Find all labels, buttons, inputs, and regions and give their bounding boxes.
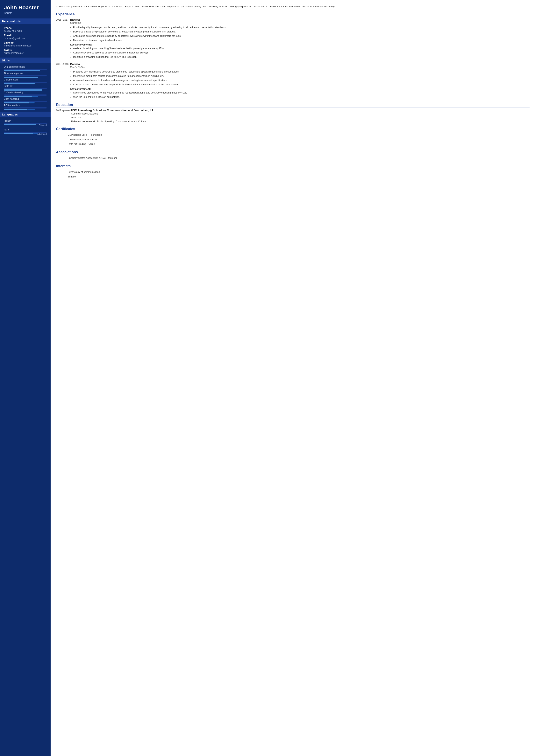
skill-name: Collaboration (4, 78, 47, 81)
candidate-name: John Roaster (4, 5, 47, 11)
achievement-bullet: Identified a crowding solution that led … (73, 55, 529, 59)
education-content: USC Annenberg School for Communication a… (71, 109, 529, 123)
experience-bullet: Provided quality beverages, whole bean, … (73, 25, 529, 29)
certificates-section: Certificates CSP Barista Skills—Foundati… (56, 127, 529, 147)
skill-name: Latte art (4, 85, 47, 88)
skill-name: Oral communication (4, 66, 47, 68)
achievements-bullets: Streamlined procedures for carryout orde… (73, 91, 529, 99)
phone-label: Phone (4, 26, 47, 29)
personal-info-heading: Personal Info (0, 18, 51, 24)
experience-company: Peet's Coffee (70, 66, 529, 68)
interest-item: Psychology of communication (68, 170, 529, 175)
education-date: 2017 - present (56, 109, 71, 123)
skill-bar-fill (4, 77, 38, 78)
education-institution: USC Annenberg School for Communication a… (71, 109, 529, 112)
experience-bullet: Maintained a clean and organized workspa… (73, 38, 529, 42)
experience-heading: Experience (56, 12, 529, 17)
linkedin-field: LinkedIn linkedin.com/in/johnroaster (4, 41, 47, 47)
experience-job-title: Barista (70, 63, 529, 66)
skill-bar-fill (4, 70, 40, 71)
associations-list: Specialty Coffee Association (SCA)—Membe… (68, 156, 529, 161)
experience-bullet: Delivered outstanding customer service t… (73, 30, 529, 34)
certificates-heading: Certificates (56, 127, 529, 132)
email-value: j.roaster@gmail.com (4, 37, 47, 40)
skill-item: Latte art (4, 85, 47, 89)
language-bar-fill (4, 133, 33, 134)
experience-content: BaristaPeet's CoffeePrepared 20+ menu it… (70, 63, 529, 99)
education-item: 2017 - presentUSC Annenberg School for C… (56, 109, 529, 123)
achievement-bullet: Assisted in training and coaching 5 new … (73, 46, 529, 50)
experience-bullets: Prepared 20+ menu items according to pre… (73, 70, 529, 87)
main-content: Certified and passionate barista with 2+… (51, 0, 535, 756)
skill-item: Oral communication (4, 66, 47, 70)
education-heading: Education (56, 103, 529, 108)
experience-content: BaristaStarbucksProvided quality beverag… (70, 18, 529, 59)
language-item: ItalianAdvanced (4, 128, 47, 135)
languages-heading: Languages (0, 112, 51, 117)
key-achievements-label: Key achievement: (70, 88, 529, 91)
skill-bar-fill (4, 102, 30, 103)
language-bar-background (4, 123, 47, 124)
phone-field: Phone +1-299-456-7888 (4, 26, 47, 32)
experience-job-title: Barista (70, 18, 529, 21)
education-coursework: Relevant coursework: Public Speaking, Co… (71, 120, 529, 123)
experience-bullet: Answered telephones, took orders and mes… (73, 78, 529, 82)
skill-bar-fill (4, 96, 32, 97)
association-item: Specialty Coffee Association (SCA)—Membe… (68, 156, 529, 161)
language-bar-accent (33, 133, 38, 134)
skill-bar-fill (4, 83, 35, 84)
language-bar-background (4, 132, 47, 133)
skill-name: Cash handling (4, 97, 47, 100)
skill-item: POS operations (4, 104, 47, 108)
skill-bar-fill (4, 109, 27, 110)
skill-name: Coffee/tea brewing (4, 91, 47, 94)
certificate-item: Latte Art Grading—Verde (68, 142, 529, 147)
email-label: E-mail (4, 34, 47, 37)
experience-date: 2016 - 2017 (56, 18, 70, 59)
experience-date: 2015 - 2016 (56, 63, 70, 99)
coursework-label: Relevant coursework: (71, 120, 97, 123)
skill-bar-accent (30, 102, 35, 103)
skill-bar-background (4, 107, 47, 108)
certificate-item: CSP Barista Skills—Foundation (68, 133, 529, 137)
experience-list: 2016 - 2017BaristaStarbucksProvided qual… (56, 18, 529, 99)
achievement-bullet: Won the 2nd prize in a latte art competi… (73, 95, 529, 99)
skills-section: Oral communicationTime managementCollabo… (4, 66, 47, 108)
education-section: Education 2017 - presentUSC Annenberg Sc… (56, 103, 529, 123)
skill-bar-background (4, 101, 47, 102)
skill-item: Coffee/tea brewing (4, 91, 47, 95)
interest-item: Triathlon (68, 175, 529, 179)
skill-bar-background (4, 94, 47, 95)
certificate-item: CSP Brewing—Foundation (68, 137, 529, 142)
skill-bar-background (4, 69, 47, 70)
experience-section: Experience 2016 - 2017BaristaStarbucksPr… (56, 12, 529, 99)
summary-text: Certified and passionate barista with 2+… (56, 5, 529, 9)
skill-item: Cash handling (4, 97, 47, 102)
skill-name: Time management (4, 72, 47, 75)
twitter-label: Twitter (4, 49, 47, 51)
education-list: 2017 - presentUSC Annenberg School for C… (56, 109, 529, 123)
associations-heading: Associations (56, 150, 529, 155)
certificates-list: CSP Barista Skills—FoundationCSP Brewing… (68, 133, 529, 147)
experience-bullet: Anticipated customer and store needs by … (73, 34, 529, 38)
linkedin-value: linkedin.com/in/johnroaster (4, 44, 47, 47)
interests-list: Psychology of communicationTriathlon (68, 170, 529, 179)
language-item: FrenchBilingual (4, 120, 47, 126)
language-bar-fill (4, 124, 36, 125)
skills-heading: Skills (0, 58, 51, 63)
twitter-field: Twitter twitter.com/jroaster (4, 49, 47, 54)
associations-section: Associations Specialty Coffee Associatio… (56, 150, 529, 161)
experience-bullet: Prepared 20+ menu items according to pre… (73, 70, 529, 74)
experience-item: 2015 - 2016BaristaPeet's CoffeePrepared … (56, 63, 529, 99)
language-name: Italian (4, 128, 47, 131)
skill-name: POS operations (4, 104, 47, 107)
skill-bar-background (4, 82, 47, 83)
experience-bullet: Counted a cash drawer and was responsibl… (73, 83, 529, 87)
personal-info-section: Phone +1-299-456-7888 E-mail j.roaster@g… (4, 26, 47, 54)
achievement-bullet: Streamlined procedures for carryout orde… (73, 91, 529, 95)
skill-bar-background (4, 75, 47, 76)
candidate-title: Barista (4, 12, 47, 14)
interests-section: Interests Psychology of communicationTri… (56, 164, 529, 179)
skill-bar-accent (27, 109, 35, 110)
achievements-bullets: Assisted in training and coaching 5 new … (73, 46, 529, 59)
